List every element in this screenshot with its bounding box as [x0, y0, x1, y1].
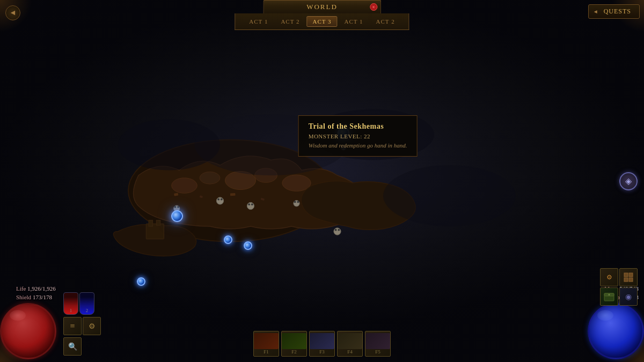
inv-row-1: ⚙: [600, 268, 638, 286]
svg-point-24: [177, 206, 179, 208]
svg-point-38: [609, 294, 610, 295]
map-node-bottom-left[interactable]: [137, 277, 145, 286]
fkey-skill-f2: [282, 333, 306, 349]
top-panel: World × ACT 1ACT 2ACT 3ACT 1ACT 2: [235, 0, 409, 30]
fkey-skill-f1: [254, 333, 279, 349]
svg-point-17: [294, 201, 296, 203]
act-tab-act2-first[interactable]: ACT 2: [275, 16, 305, 27]
game-area: ◄ World × ACT 1ACT 2ACT 3ACT 1ACT 2 Ques…: [0, 0, 644, 362]
svg-rect-8: [230, 193, 236, 196]
inventory-button[interactable]: ⚙: [600, 268, 618, 286]
fkey-label-f1: F1: [264, 349, 269, 354]
svg-point-13: [247, 202, 254, 209]
life-orb-container: Life 1,926/1,926 Shield 173/178: [0, 298, 62, 359]
skills-icon: [624, 272, 633, 282]
fkey-label-f5: F5: [375, 349, 380, 354]
stash-icon: [604, 291, 614, 302]
flask-row: 1 2: [63, 292, 101, 315]
map-node-center-right[interactable]: [244, 241, 252, 250]
act-tab-act1-first[interactable]: ACT 1: [243, 16, 274, 27]
terrain-svg: [32, 43, 612, 298]
svg-point-1: [172, 178, 197, 194]
fkey-label-f4: F4: [347, 349, 353, 354]
svg-point-10: [216, 197, 223, 204]
terrain-container: [32, 43, 612, 298]
act-tab-act3[interactable]: ACT 3: [306, 16, 337, 27]
character-button[interactable]: ≡: [63, 317, 82, 335]
stash-button[interactable]: [600, 287, 618, 306]
svg-point-21: [338, 229, 340, 231]
inv-row-2: ◉: [600, 287, 638, 306]
act-tab-act2-second[interactable]: ACT 2: [370, 16, 401, 27]
skills-button[interactable]: [619, 268, 638, 286]
bottom-hud: Life 1,926/1,926 Shield 173/178 1 2 ≡ ⚙: [0, 308, 644, 362]
mana-orb-container: Mana 548/548 Spirit 3/93: [582, 298, 644, 359]
svg-rect-27: [156, 220, 160, 226]
quests-button[interactable]: Quests: [588, 4, 640, 19]
map-node-center-left[interactable]: [171, 210, 183, 222]
search-button-row: 🔍: [63, 337, 101, 356]
svg-point-14: [248, 203, 250, 205]
svg-point-20: [335, 229, 337, 231]
location-tooltip: Trial of the Sekhemas Monster Level: 22 …: [298, 115, 418, 157]
svg-point-2: [200, 172, 220, 184]
right-panel-buttons: ⚙: [600, 268, 638, 306]
life-orb: [0, 303, 56, 359]
quests-label: Quests: [604, 8, 631, 16]
map-icon: ◈: [625, 176, 632, 186]
action-buttons-row: ≡ ⚙: [63, 317, 101, 335]
map-hud-icon: ◉: [625, 292, 632, 301]
passive-button[interactable]: ⚙: [83, 317, 101, 335]
left-extra-buttons: 1 2 ≡ ⚙ 🔍: [63, 292, 101, 356]
act-tab-act1-second[interactable]: ACT 1: [339, 16, 369, 27]
svg-rect-33: [629, 273, 633, 277]
svg-point-11: [217, 198, 219, 201]
fkey-slot-f3[interactable]: F3: [309, 331, 335, 357]
world-title-bar: World ×: [263, 0, 381, 13]
fkey-label-f2: F2: [291, 349, 297, 354]
fkey-label-f3: F3: [319, 349, 325, 354]
flask-number-2: 2: [86, 308, 88, 313]
fkey-skill-f3: [310, 333, 334, 349]
map-button-hud[interactable]: ◉: [619, 287, 638, 306]
svg-point-30: [118, 120, 220, 171]
svg-rect-35: [629, 278, 633, 282]
world-title: World: [306, 3, 338, 11]
svg-point-12: [221, 198, 223, 201]
life-stats: Life 1,926/1,926 Shield 173/178: [16, 285, 56, 301]
fkey-slot-f4[interactable]: F4: [337, 331, 363, 357]
svg-point-5: [282, 175, 311, 191]
left-hud: Life 1,926/1,926 Shield 173/178 1 2 ≡ ⚙: [0, 298, 62, 362]
map-node-center[interactable]: [224, 235, 232, 244]
svg-rect-26: [149, 220, 153, 226]
svg-rect-34: [624, 278, 628, 282]
fkey-skill-f4: [338, 333, 362, 349]
location-monster-level: Monster Level: 22: [309, 133, 407, 139]
location-description: Wisdom and redemption go hand in hand.: [309, 142, 407, 150]
svg-point-15: [251, 203, 253, 205]
center-skill-area: F1 F2 F3 F4 F5: [253, 331, 391, 357]
svg-point-18: [297, 201, 299, 203]
svg-point-31: [383, 165, 516, 226]
act-tabs: ACT 1ACT 2ACT 3ACT 1ACT 2: [235, 13, 409, 30]
fkey-slot-f5[interactable]: F5: [365, 331, 391, 357]
back-nav-button[interactable]: ◄: [5, 5, 20, 20]
svg-point-23: [174, 206, 177, 208]
minimap-button[interactable]: ◈: [619, 172, 638, 190]
right-hud: ⚙: [582, 298, 644, 362]
fkey-skill-f5: [365, 333, 390, 349]
fkey-slot-f2[interactable]: F2: [281, 331, 307, 357]
search-button[interactable]: 🔍: [63, 337, 82, 356]
flask-number-1: 1: [70, 308, 72, 313]
flask-slot-1[interactable]: 1: [63, 292, 78, 315]
svg-point-19: [334, 228, 341, 235]
close-button[interactable]: ×: [370, 3, 377, 11]
fkey-slot-f1[interactable]: F1: [253, 331, 279, 357]
back-icon: ◄: [9, 9, 17, 17]
flask-slot-2[interactable]: 2: [79, 292, 94, 315]
mana-orb: [588, 303, 644, 359]
location-name: Trial of the Sekhemas: [309, 122, 407, 131]
fkey-slots: F1 F2 F3 F4 F5: [253, 331, 391, 357]
svg-rect-32: [624, 273, 628, 277]
